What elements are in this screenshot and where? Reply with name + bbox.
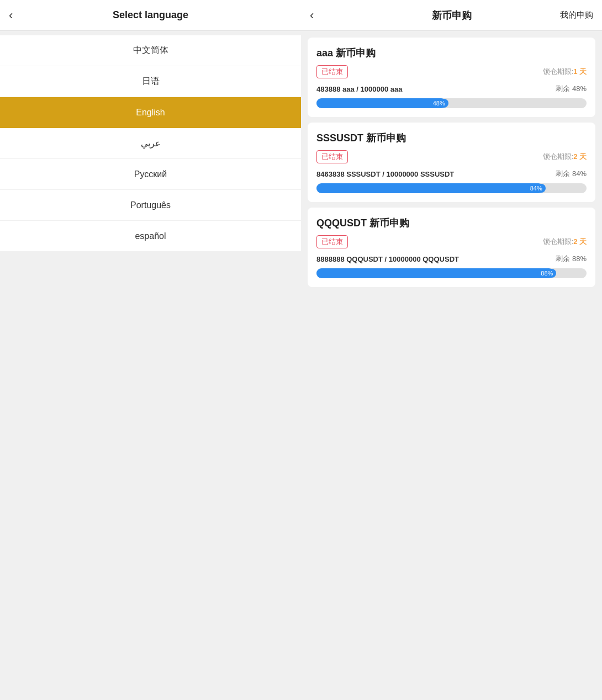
left-page-title: Select language <box>113 9 188 21</box>
card-amount-row: 483888 aaa / 1000000 aaa 剩余 48% <box>316 84 587 94</box>
right-panel: ‹ 新币申购 我的申购 aaa 新币申购 已结束 锁仓期限:1 天 483888… <box>301 0 602 700</box>
language-item-pt[interactable]: Português <box>0 190 301 221</box>
progress-bar-container: 88% <box>316 268 587 278</box>
language-list: 中文简体日语EnglishعربيРусскийPortuguêsespañol <box>0 35 301 252</box>
progress-bar-container: 48% <box>316 98 587 108</box>
language-item-ja[interactable]: 日语 <box>0 66 301 97</box>
amount-text: 8888888 QQQUSDT / 10000000 QQQUSDT <box>316 255 459 263</box>
lock-info: 锁仓期限:2 天 <box>543 152 587 162</box>
progress-label: 84% <box>527 184 546 193</box>
remaining-text: 剩余 88% <box>556 254 587 264</box>
lock-days: 1 天 <box>573 67 587 76</box>
lock-info: 锁仓期限:2 天 <box>543 237 587 247</box>
subscription-card-sssusdt[interactable]: SSSUSDT 新币申购 已结束 锁仓期限:2 天 8463838 SSSUSD… <box>308 123 595 202</box>
language-item-zh[interactable]: 中文简体 <box>0 35 301 66</box>
right-back-button[interactable]: ‹ <box>310 9 314 22</box>
subscription-card-aaa[interactable]: aaa 新币申购 已结束 锁仓期限:1 天 483888 aaa / 10000… <box>308 38 595 117</box>
card-title: SSSUSDT 新币申购 <box>316 131 587 145</box>
left-back-button[interactable]: ‹ <box>9 9 13 22</box>
status-badge: 已结束 <box>316 65 348 78</box>
lock-days: 2 天 <box>573 152 587 161</box>
progress-label: 48% <box>430 99 448 108</box>
my-subscription-button[interactable]: 我的申购 <box>560 10 593 20</box>
card-status-row: 已结束 锁仓期限:1 天 <box>316 65 587 78</box>
status-badge: 已结束 <box>316 150 348 163</box>
language-item-ar[interactable]: عربي <box>0 128 301 159</box>
right-page-title: 新币申购 <box>432 9 472 22</box>
remaining-text: 剩余 48% <box>556 84 587 94</box>
card-title: QQQUSDT 新币申购 <box>316 216 587 230</box>
progress-bar-container: 84% <box>316 183 587 193</box>
cards-container: aaa 新币申购 已结束 锁仓期限:1 天 483888 aaa / 10000… <box>301 31 602 294</box>
lock-info: 锁仓期限:1 天 <box>543 67 587 77</box>
progress-label: 88% <box>537 269 556 278</box>
progress-bar-fill: 88% <box>316 268 554 278</box>
left-panel: ‹ Select language 中文简体日语EnglishعربيРусск… <box>0 0 301 700</box>
amount-text: 483888 aaa / 1000000 aaa <box>316 85 402 93</box>
card-status-row: 已结束 锁仓期限:2 天 <box>316 150 587 163</box>
lock-days: 2 天 <box>573 237 587 246</box>
language-item-es[interactable]: español <box>0 221 301 252</box>
subscription-card-qqqusdt[interactable]: QQQUSDT 新币申购 已结束 锁仓期限:2 天 8888888 QQQUSD… <box>308 208 595 287</box>
card-status-row: 已结束 锁仓期限:2 天 <box>316 235 587 248</box>
left-header: ‹ Select language <box>0 0 301 31</box>
language-item-en[interactable]: English <box>0 97 301 128</box>
right-header: ‹ 新币申购 我的申购 <box>301 0 602 31</box>
status-badge: 已结束 <box>316 235 348 248</box>
language-item-ru[interactable]: Русский <box>0 159 301 190</box>
card-amount-row: 8463838 SSSUSDT / 10000000 SSSUSDT 剩余 84… <box>316 169 587 179</box>
progress-bar-fill: 48% <box>316 98 446 108</box>
amount-text: 8463838 SSSUSDT / 10000000 SSSUSDT <box>316 170 454 178</box>
card-title: aaa 新币申购 <box>316 46 587 60</box>
progress-bar-fill: 84% <box>316 183 543 193</box>
card-amount-row: 8888888 QQQUSDT / 10000000 QQQUSDT 剩余 88… <box>316 254 587 264</box>
remaining-text: 剩余 84% <box>556 169 587 179</box>
